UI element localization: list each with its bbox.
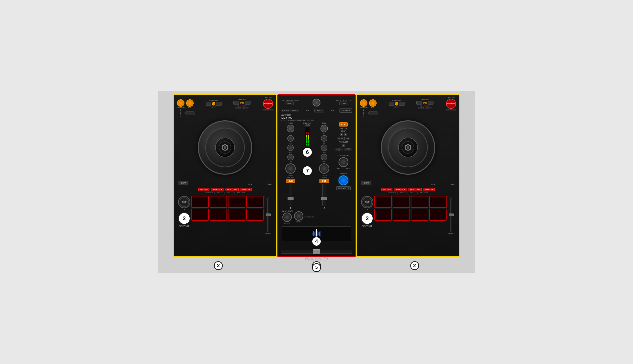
fx-select-arrow[interactable]: ▼ xyxy=(342,144,345,147)
right-beat-sync-button[interactable]: BEAT SYNC xyxy=(446,99,456,109)
right-search-knob[interactable] xyxy=(368,111,378,115)
left-pad-3[interactable] xyxy=(228,196,245,208)
left-out-button[interactable] xyxy=(186,99,194,107)
fx-2-button[interactable]: 2 xyxy=(339,148,343,151)
ch2-fader-handle[interactable] xyxy=(321,197,327,200)
tap-button[interactable]: TAP xyxy=(344,137,350,140)
right-cue-btn[interactable] xyxy=(416,101,422,105)
left-mid-eq-knob[interactable] xyxy=(287,144,294,151)
right-pad-7[interactable] xyxy=(411,209,428,221)
left-cue-btn[interactable] xyxy=(233,101,239,105)
right-cue-large-button[interactable]: CUE xyxy=(361,196,373,208)
left-loop-btn[interactable] xyxy=(245,101,251,105)
trim-left-knob-label: TRIM xyxy=(288,122,293,124)
right-out-button[interactable] xyxy=(369,99,377,107)
right-mid-eq-knob[interactable] xyxy=(321,144,327,151)
right-shift-button[interactable]: SHIFT xyxy=(361,181,371,185)
right-hi-eq-knob[interactable] xyxy=(321,135,327,142)
right-deck: +IN / 4BEAT OUT RELOOP/EXIT xyxy=(356,94,460,257)
right-reloop-button[interactable] xyxy=(389,102,394,106)
left-pad-2[interactable] xyxy=(210,196,227,208)
left-hi-eq-knob[interactable] xyxy=(287,135,294,142)
right-pad-3[interactable] xyxy=(411,196,428,208)
left-pad-8[interactable] xyxy=(246,209,264,221)
beat-back-arrow[interactable]: ◄ xyxy=(340,133,343,136)
right-exit-button[interactable] xyxy=(399,102,404,106)
right-in-4beat-button[interactable] xyxy=(360,99,367,107)
left-shift-label: SHIFT xyxy=(181,182,186,184)
ch1-cue-button[interactable]: CUE xyxy=(286,179,295,183)
right-low-eq-knob[interactable] xyxy=(321,154,327,160)
mixer-channels-main: TRIM HI EQ MID LOW FILTER LPF HPF xyxy=(280,122,353,210)
right-filter-knob[interactable] xyxy=(319,163,329,174)
headphone-mix-knob[interactable] xyxy=(282,212,292,222)
left-loop-label: LOOP xyxy=(211,106,216,108)
left-in-4beat-button[interactable] xyxy=(177,99,185,107)
left-pad-4[interactable] xyxy=(246,196,264,208)
lpf-right-label: LPF xyxy=(321,177,324,178)
left-exit-button[interactable] xyxy=(216,102,222,106)
pioneer-logo-area: Pioneer Dj xyxy=(280,256,353,263)
left-trim-knob[interactable] xyxy=(287,125,294,132)
beat-fwd-arrow[interactable]: ► xyxy=(344,133,347,136)
back-button[interactable]: BACK xyxy=(314,109,324,112)
left-reloop-button[interactable] xyxy=(206,102,211,106)
right-hot-cue-button[interactable]: HOT CUE xyxy=(381,188,392,191)
left-pad-6[interactable] xyxy=(210,209,227,221)
right-pad-5[interactable] xyxy=(374,209,392,221)
left-load-button[interactable]: LOAD xyxy=(286,102,294,105)
left-pad-5[interactable] xyxy=(191,209,209,221)
master-label: MASTER xyxy=(342,110,350,112)
right-pad-8[interactable] xyxy=(429,209,447,221)
ch1-fader-handle[interactable] xyxy=(288,197,294,200)
left-shift-button[interactable]: SHIFT xyxy=(179,181,188,185)
on-off-button[interactable] xyxy=(338,176,348,185)
left-hot-cue-button[interactable]: HOT CUE xyxy=(198,188,209,191)
left-low-eq-knob[interactable] xyxy=(287,154,294,160)
right-sampler-button[interactable]: SAMPLER xyxy=(423,188,435,191)
left-search-knob[interactable] xyxy=(185,111,195,115)
ch1-cue-label: CUE xyxy=(289,180,293,182)
right-pad-6[interactable] xyxy=(393,209,410,221)
vu-seg-8 xyxy=(308,141,309,143)
auto-button[interactable]: AUTO xyxy=(337,137,344,140)
right-trim-knob[interactable] xyxy=(320,125,328,132)
ch2-cue-button[interactable]: CUE xyxy=(319,179,329,183)
left-pad-7[interactable] xyxy=(228,209,245,221)
fx-master-button[interactable]: MASTER xyxy=(344,148,352,151)
left-beat-jump-button[interactable]: BEAT JUMP xyxy=(226,188,239,191)
level-depth-knob[interactable] xyxy=(338,157,348,167)
release-fx-button[interactable]: RELEASE FX xyxy=(336,186,350,190)
left-jog-wheel[interactable] xyxy=(198,120,252,175)
left-sampler-button[interactable]: SAMPLER xyxy=(240,188,252,191)
mixer-center-meters: CHANNEL LEVEL xyxy=(301,122,314,209)
master-button[interactable]: MASTER xyxy=(339,108,352,113)
right-beat-loop-button[interactable]: BEAT LOOP xyxy=(394,188,407,191)
left-pad-1[interactable] xyxy=(191,196,209,208)
left-cue-large-button[interactable]: CUE xyxy=(178,196,190,208)
right-pad-4[interactable] xyxy=(429,196,447,208)
related-tracks-button[interactable]: RELATED TRACKS xyxy=(281,109,299,112)
cue-panel-button[interactable]: CUE xyxy=(339,122,348,126)
right-jog-wheel[interactable] xyxy=(381,120,435,175)
crossfader-handle[interactable] xyxy=(313,249,320,254)
left-delete-label: DELETE xyxy=(235,107,241,109)
crossfader-row xyxy=(281,250,352,254)
fx-1-button[interactable]: 1 xyxy=(335,148,339,151)
right-pad-2[interactable] xyxy=(393,196,410,208)
lpf-left-label: LPF xyxy=(287,177,290,178)
left-filter-knob[interactable] xyxy=(285,163,296,174)
headphone-level-knob[interactable] xyxy=(294,211,303,221)
left-tempo-slider-handle[interactable] xyxy=(266,214,271,216)
left-beat-sync-button[interactable]: BEAT SYNC xyxy=(263,99,273,109)
cue-headphone-label: CUE xyxy=(304,216,308,218)
right-tempo-slider-handle[interactable] xyxy=(449,214,454,216)
bottom-right-number: 2 xyxy=(413,263,416,268)
right-pad-1[interactable] xyxy=(374,196,392,208)
right-beat-jump-button[interactable]: BEAT JUMP xyxy=(408,188,422,191)
left-beat-loop-button[interactable]: BEAT LOOP xyxy=(211,188,224,191)
right-master-minus-label: - MASTER xyxy=(447,97,454,98)
right-loop-btn[interactable] xyxy=(428,101,433,105)
right-load-button[interactable]: LOAD xyxy=(339,102,347,105)
mixer-main-knob[interactable] xyxy=(313,98,320,106)
